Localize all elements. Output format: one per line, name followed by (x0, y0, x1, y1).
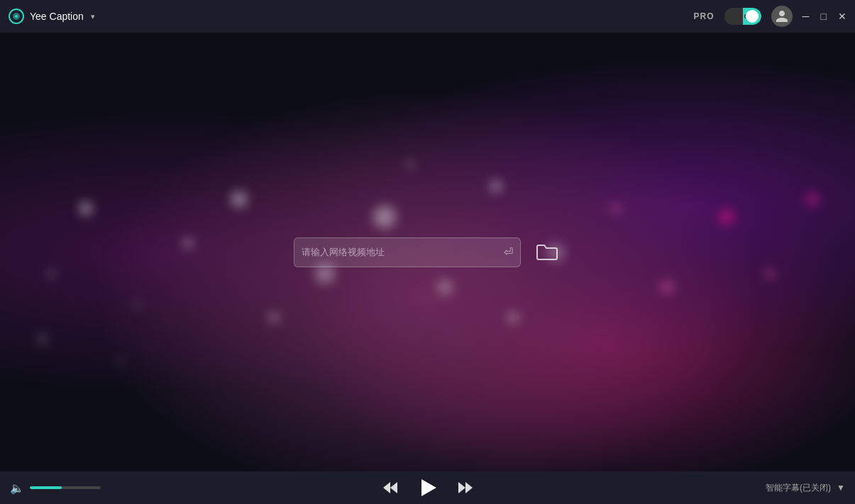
bokeh-circle (661, 281, 673, 293)
bokeh-circle (231, 191, 247, 207)
bokeh-circle (38, 335, 47, 344)
volume-bar[interactable] (30, 486, 101, 489)
url-input[interactable] (302, 247, 504, 257)
volume-fill (30, 486, 62, 489)
pro-toggle[interactable]: OFF (724, 8, 761, 25)
bokeh-circle (765, 269, 775, 279)
bokeh-circle (315, 264, 335, 284)
folder-icon (536, 242, 558, 262)
title-right: PRO OFF ─ □ ✕ (694, 6, 846, 27)
rewind-button[interactable] (382, 481, 398, 494)
main-video-area: ⏎ (0, 33, 855, 471)
pro-label: PRO (694, 11, 715, 21)
svg-marker-3 (383, 482, 390, 493)
bokeh-circle (183, 238, 193, 248)
forward-button[interactable] (458, 481, 473, 494)
user-avatar-button[interactable] (771, 6, 793, 27)
play-icon (418, 478, 438, 498)
svg-marker-6 (458, 482, 465, 493)
open-folder-button[interactable] (532, 237, 562, 267)
bokeh-circle (507, 311, 519, 324)
bokeh-circle (719, 209, 734, 225)
volume-icon: 🔈 (10, 481, 24, 495)
app-title: Yee Caption (30, 11, 84, 22)
bottom-bar: 🔈 智能字幕(已关闭) ▼ (0, 471, 855, 504)
svg-point-2 (15, 15, 18, 18)
bokeh-circle (490, 181, 501, 191)
maximize-button[interactable]: □ (821, 11, 827, 21)
bokeh-circle (79, 202, 92, 215)
enter-icon[interactable]: ⏎ (504, 245, 513, 259)
rewind-icon (382, 481, 398, 494)
close-button[interactable]: ✕ (838, 11, 846, 21)
bokeh-circle (407, 161, 414, 168)
bokeh-circle (373, 206, 396, 228)
title-dropdown-icon[interactable]: ▾ (91, 12, 95, 21)
play-button[interactable] (418, 478, 438, 498)
app-logo-icon (9, 9, 24, 24)
window-controls: ─ □ ✕ (802, 11, 846, 21)
minimize-button[interactable]: ─ (802, 11, 810, 21)
bokeh-circle (438, 280, 452, 294)
bokeh-circle (268, 312, 280, 323)
user-icon (775, 9, 789, 23)
bokeh-circle (117, 359, 123, 364)
svg-marker-4 (390, 482, 397, 493)
bokeh-circle (48, 270, 55, 277)
center-input-area: ⏎ (294, 237, 562, 267)
forward-icon (458, 481, 473, 494)
bokeh-circle (612, 204, 620, 213)
volume-section: 🔈 (10, 481, 123, 495)
right-section: 智能字幕(已关闭) ▼ (766, 482, 845, 494)
caption-status: 智能字幕(已关闭) (766, 482, 831, 494)
caption-dropdown-icon[interactable]: ▼ (837, 483, 845, 493)
title-bar: Yee Caption ▾ PRO OFF ─ □ ✕ (0, 0, 855, 33)
toggle-track: OFF (724, 8, 761, 25)
svg-marker-5 (421, 479, 436, 496)
svg-marker-7 (465, 482, 473, 493)
bokeh-circle (805, 192, 820, 206)
bokeh-circle (134, 302, 140, 308)
playback-controls (382, 478, 473, 498)
url-input-wrapper: ⏎ (294, 237, 521, 267)
toggle-knob (746, 10, 759, 23)
title-left: Yee Caption ▾ (9, 9, 95, 24)
